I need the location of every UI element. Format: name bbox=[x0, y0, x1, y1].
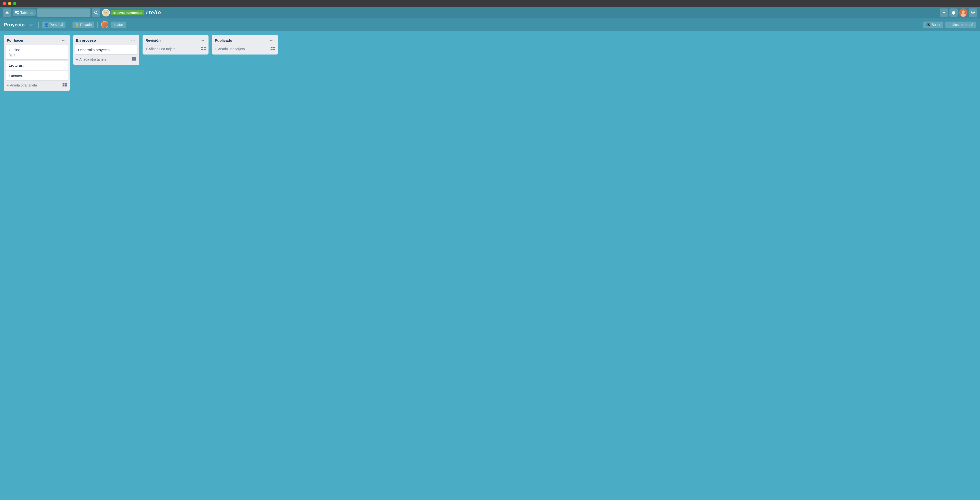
svg-rect-31 bbox=[273, 47, 275, 48]
plus-icon: + bbox=[7, 83, 9, 87]
svg-point-9 bbox=[103, 10, 109, 16]
svg-rect-27 bbox=[204, 47, 205, 48]
lock-icon: 🔒 bbox=[75, 23, 79, 27]
add-card-label-en-proceso: Añada otra tarjeta bbox=[79, 57, 106, 61]
list-menu-button-por-hacer[interactable]: ··· bbox=[60, 37, 67, 43]
dog-mascot-icon bbox=[102, 8, 110, 17]
svg-rect-32 bbox=[270, 49, 272, 50]
notification-button[interactable] bbox=[950, 8, 958, 17]
list-header-publicado: Publicado··· bbox=[214, 37, 276, 44]
add-card-label-revision: Añada una tarjeta bbox=[149, 47, 175, 51]
template-icon bbox=[62, 83, 67, 87]
list-header-por-hacer: Por hacer··· bbox=[6, 37, 68, 44]
personal-button[interactable]: 👤 Personal bbox=[42, 22, 65, 28]
list-revision: Revisión···+Añada una tarjeta bbox=[143, 35, 208, 54]
card-lecturas[interactable]: Lecturas. bbox=[6, 61, 68, 70]
boards-button[interactable]: Tableros bbox=[13, 10, 36, 16]
search-input[interactable] bbox=[37, 8, 91, 17]
plus-icon: + bbox=[76, 57, 78, 61]
new-features-badge: ¡Nuevas funciones! bbox=[111, 10, 144, 15]
list-publicado: Publicado···+Añada una tarjeta bbox=[212, 35, 278, 54]
maximize-button[interactable] bbox=[13, 2, 16, 5]
card-fuentes[interactable]: Fuentes. bbox=[6, 71, 68, 80]
svg-rect-2 bbox=[15, 14, 17, 14]
card-text-outline: Outline bbox=[9, 48, 21, 52]
add-card-button-en-proceso[interactable]: +Añada otra tarjeta bbox=[75, 56, 137, 63]
mascot-area: ¡Nuevas funciones! Trello bbox=[102, 8, 161, 17]
trello-logo: Trello bbox=[145, 10, 161, 16]
svg-line-5 bbox=[97, 13, 98, 14]
card-text-fuentes: Fuentes. bbox=[9, 74, 23, 78]
svg-rect-1 bbox=[17, 11, 19, 12]
card-text-lecturas: Lecturas. bbox=[9, 63, 24, 67]
attachment-count: 1 bbox=[14, 53, 16, 57]
add-card-button-publicado[interactable]: +Añada una tarjeta bbox=[214, 45, 276, 52]
home-button[interactable] bbox=[3, 8, 11, 17]
butler-button[interactable]: 🎩 Butler bbox=[923, 22, 943, 28]
close-button[interactable] bbox=[3, 2, 6, 5]
card-desarrollo[interactable]: Desarrollo proyecto. bbox=[75, 45, 137, 54]
star-button[interactable]: ☆ bbox=[27, 21, 35, 29]
person-icon: 👤 bbox=[45, 23, 48, 27]
list-title-por-hacer: Por hacer bbox=[7, 38, 24, 42]
divider bbox=[69, 22, 69, 28]
titlebar bbox=[0, 0, 980, 7]
svg-rect-3 bbox=[17, 13, 19, 14]
list-header-revision: Revisión··· bbox=[145, 37, 207, 44]
svg-point-13 bbox=[953, 14, 954, 15]
svg-rect-20 bbox=[62, 85, 65, 86]
template-icon bbox=[132, 57, 136, 62]
settings-button[interactable] bbox=[969, 8, 977, 17]
invite-button[interactable]: Invitar bbox=[111, 22, 126, 28]
svg-point-17 bbox=[972, 12, 974, 13]
top-navigation: Tableros ¡Nuevas funciones! Trello + bbox=[0, 7, 980, 18]
member-avatar bbox=[101, 21, 108, 29]
add-button[interactable]: + bbox=[940, 8, 948, 17]
add-card-label-por-hacer: Añada otra tarjeta bbox=[10, 83, 37, 87]
board-header: Proyecto ☆ 👤 Personal 🔒 Privado Invitar … bbox=[0, 18, 980, 31]
svg-rect-30 bbox=[270, 47, 272, 48]
divider bbox=[97, 22, 98, 28]
svg-rect-21 bbox=[65, 85, 67, 86]
avatar[interactable] bbox=[959, 8, 967, 17]
board-content: Por hacer···Outline📎1Lecturas.Fuentes.+A… bbox=[0, 31, 980, 95]
minimize-button[interactable] bbox=[8, 2, 11, 5]
add-card-button-por-hacer[interactable]: +Añada otra tarjeta bbox=[6, 82, 68, 89]
add-card-label-publicado: Añada una tarjeta bbox=[218, 47, 245, 51]
attachment-icon: 📎 bbox=[9, 53, 13, 57]
list-menu-button-publicado[interactable]: ··· bbox=[269, 37, 275, 43]
svg-rect-29 bbox=[204, 49, 205, 50]
svg-point-15 bbox=[962, 10, 965, 13]
svg-point-10 bbox=[105, 12, 105, 13]
svg-rect-18 bbox=[62, 83, 65, 84]
plus-icon: + bbox=[145, 47, 147, 51]
template-icon bbox=[270, 47, 275, 51]
svg-point-11 bbox=[107, 12, 107, 13]
plus-icon: + bbox=[215, 47, 217, 51]
svg-rect-19 bbox=[65, 83, 67, 84]
right-buttons: 🎩 Butler ··· Mostrar menú bbox=[923, 22, 976, 28]
list-menu-button-en-proceso[interactable]: ··· bbox=[130, 37, 136, 43]
template-icon bbox=[201, 47, 205, 51]
board-title: Proyecto bbox=[4, 22, 25, 28]
list-en-proceso: En proceso···Desarrollo proyecto.+Añada … bbox=[73, 35, 139, 65]
list-por-hacer: Por hacer···Outline📎1Lecturas.Fuentes.+A… bbox=[4, 35, 70, 91]
list-menu-button-revision[interactable]: ··· bbox=[199, 37, 205, 43]
list-title-en-proceso: En proceso bbox=[76, 38, 96, 42]
svg-rect-25 bbox=[134, 59, 136, 60]
add-card-button-revision[interactable]: +Añada una tarjeta bbox=[145, 45, 207, 52]
ellipsis-icon: ··· bbox=[948, 23, 951, 27]
card-text-desarrollo: Desarrollo proyecto. bbox=[78, 48, 111, 52]
show-menu-button[interactable]: ··· Mostrar menú bbox=[945, 22, 976, 28]
svg-rect-28 bbox=[201, 49, 203, 50]
svg-rect-22 bbox=[132, 57, 134, 59]
card-meta-outline: 📎1 bbox=[9, 53, 65, 57]
private-button[interactable]: 🔒 Privado bbox=[73, 22, 94, 28]
svg-rect-0 bbox=[15, 11, 17, 13]
hat-icon: 🎩 bbox=[926, 23, 930, 27]
svg-rect-26 bbox=[201, 47, 203, 48]
svg-rect-24 bbox=[132, 59, 134, 60]
card-outline[interactable]: Outline📎1 bbox=[6, 45, 68, 59]
search-icon-button[interactable] bbox=[92, 8, 100, 17]
list-title-revision: Revisión bbox=[145, 38, 161, 42]
